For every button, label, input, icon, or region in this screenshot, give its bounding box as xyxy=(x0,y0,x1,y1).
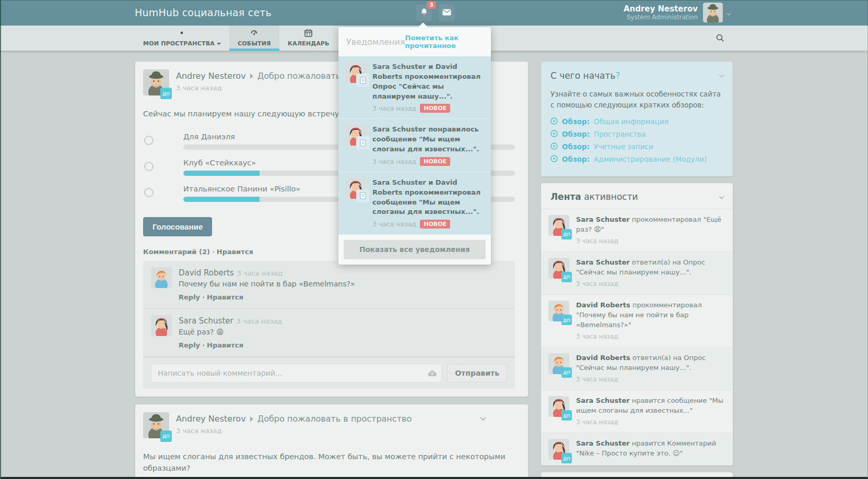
nav-item-events[interactable]: СОБЫТИЯ xyxy=(229,26,279,51)
activity-avatar: дп xyxy=(548,301,569,321)
activity-panel: Лента активности дп Sara Schuster проком… xyxy=(541,183,733,465)
collapse-chevron-icon[interactable] xyxy=(719,191,724,201)
collapse-chevron-icon[interactable] xyxy=(719,70,724,80)
activity-avatar: дп xyxy=(548,396,569,417)
user-avatar[interactable] xyxy=(703,3,723,22)
activity-item[interactable]: дп Sara Schuster ответил(а) на Опрос "Се… xyxy=(541,252,733,294)
account-menu[interactable]: Andrey Nesterov System Administration xyxy=(624,3,731,22)
space-badge: дп xyxy=(561,229,572,239)
notifications-title: Уведомления xyxy=(346,37,405,47)
getting-started-panel: С чего начать? Узнайте о самых важных ос… xyxy=(541,62,733,176)
notification-item[interactable]: Sara Schuster и David Roberts прокоммент… xyxy=(338,172,491,235)
activity-item[interactable]: дп David Roberts прокомментировал "Почем… xyxy=(541,294,733,347)
nav-item-calendar[interactable]: КАЛЕНДАРЬ xyxy=(279,26,338,51)
user-role: System Administration xyxy=(624,14,698,21)
new-badge: НОВОЕ xyxy=(420,104,450,113)
like-link[interactable]: Нравится xyxy=(217,248,253,256)
post-text: Мы ищем слоганы для известных брендов. М… xyxy=(143,451,515,474)
post-author-link[interactable]: Andrey Nesterov xyxy=(176,414,246,424)
notification-avatar xyxy=(345,125,366,146)
like-link[interactable]: Нравится xyxy=(207,341,243,349)
overview-link[interactable]: Обзор: Общая информация xyxy=(550,117,723,126)
vote-button[interactable]: Голосование xyxy=(143,217,212,236)
dashboard-icon xyxy=(250,29,259,39)
nav-label: МОИ ПРОСТРАНСТВА xyxy=(143,40,221,47)
reply-link[interactable]: Reply xyxy=(179,341,200,349)
post-space-link[interactable]: Добро пожаловать в пространство xyxy=(257,414,412,424)
notification-count-badge: 3 xyxy=(427,1,436,9)
post-card: дп Andrey NesterovДобро пожаловать в про… xyxy=(135,404,528,479)
bell-icon xyxy=(420,8,428,18)
activity-avatar: дп xyxy=(548,353,569,374)
activity-item[interactable]: дп Sara Schuster нравится сообщение "Мы … xyxy=(541,390,733,433)
activity-item[interactable]: дп Sara Schuster прокомментировал "Ещё р… xyxy=(541,209,733,252)
comment-author-avatar[interactable] xyxy=(151,315,172,336)
messages-button[interactable] xyxy=(439,4,454,21)
play-circle-icon xyxy=(550,130,558,139)
poll-radio[interactable] xyxy=(144,162,154,171)
comment-timestamp: 3 часа назад xyxy=(237,269,283,277)
poll-radio[interactable] xyxy=(144,188,154,197)
calendar-icon xyxy=(304,29,312,39)
notification-item[interactable]: Sara Schuster и David Roberts прокоммент… xyxy=(338,56,491,119)
search-button[interactable] xyxy=(716,34,724,44)
overview-link[interactable]: Обзор: Администрирование (Модули) xyxy=(550,155,723,164)
space-badge: дп xyxy=(561,315,572,325)
getting-started-intro: Узнайте о самых важных особенностях сайт… xyxy=(550,89,723,111)
post-author-avatar[interactable]: дп xyxy=(143,69,169,95)
post-author-link[interactable]: Andrey Nesterov xyxy=(176,71,246,81)
nav-label: СОБЫТИЯ xyxy=(238,40,271,47)
notification-timestamp: 3 часа назад xyxy=(372,220,416,228)
caret-down-icon xyxy=(217,43,221,45)
overview-link[interactable]: Обзор: Учетные записи xyxy=(550,142,723,151)
comments-section: David Roberts3 часа назад Почему бы нам … xyxy=(143,261,515,389)
like-link[interactable]: Нравится xyxy=(207,293,243,301)
comment-author-link[interactable]: Sara Schuster xyxy=(179,316,233,326)
dropdown-arrow xyxy=(418,22,428,27)
post-menu-chevron-icon[interactable] xyxy=(480,413,486,423)
space-badge: дп xyxy=(160,88,172,99)
post-timestamp: 3 часа назад xyxy=(176,427,412,435)
reply-link[interactable]: Reply xyxy=(179,293,200,301)
caret-right-icon xyxy=(250,74,253,79)
send-comment-button[interactable]: Отправить xyxy=(447,364,507,382)
caret-right-icon xyxy=(250,416,253,422)
post-author-avatar[interactable]: дп xyxy=(143,412,169,438)
show-all-notifications-button[interactable]: Показать все уведомления xyxy=(344,240,486,259)
notification-item[interactable]: Sara Schuster понравилось сообщение "Мы … xyxy=(338,119,491,172)
comment: Sara Schuster3 часа назад Ещё раз? 😩 Rep… xyxy=(143,309,515,357)
notification-text: Sara Schuster и David Roberts прокоммент… xyxy=(372,62,484,101)
activity-item[interactable]: дп David Roberts ответил(а) на Опрос "Се… xyxy=(541,347,733,390)
new-badge: НОВОЕ xyxy=(420,157,450,166)
overview-link[interactable]: Обзор: Пространства xyxy=(550,130,723,139)
dot-separator: · xyxy=(202,293,205,301)
comment-author-link[interactable]: David Roberts xyxy=(179,268,234,278)
search-icon xyxy=(716,34,724,44)
upload-cloud-icon[interactable] xyxy=(428,369,437,379)
top-bar: HumHub социальная сеть 3 Andrey Nesterov… xyxy=(0,0,868,26)
comment-text: Почему бы нам не пойти в бар «Bemelmans?… xyxy=(179,280,355,288)
activity-item[interactable]: дп Sara Schuster нравится Комментарий "N… xyxy=(541,433,733,465)
comment-note-icon xyxy=(356,74,369,87)
brand-title[interactable]: HumHub социальная сеть xyxy=(135,7,272,18)
notification-text: Sara Schuster и David Roberts прокоммент… xyxy=(372,178,484,217)
comment-note-icon xyxy=(356,189,369,202)
notifications-button[interactable]: 3 xyxy=(416,4,432,21)
envelope-icon xyxy=(442,8,451,18)
comment-text: Ещё раз? 😩 xyxy=(179,328,282,336)
nav-item-my-spaces[interactable]: МОИ ПРОСТРАНСТВА xyxy=(135,26,229,51)
notification-timestamp: 3 часа назад xyxy=(372,104,416,112)
space-badge: дп xyxy=(561,367,572,378)
space-badge: дп xyxy=(561,453,572,463)
space-badge: дп xyxy=(160,430,172,442)
user-name: Andrey Nesterov xyxy=(624,4,698,14)
notification-avatar xyxy=(345,62,366,83)
chevron-down-icon xyxy=(726,8,731,18)
play-circle-icon xyxy=(550,155,558,164)
new-comment-input[interactable] xyxy=(151,364,442,382)
comments-toggle-link[interactable]: Комментарий (2) xyxy=(143,248,210,256)
comment-author-avatar[interactable] xyxy=(151,267,172,288)
poll-radio[interactable] xyxy=(144,136,154,145)
mark-all-read-link[interactable]: Пометить как прочитанное xyxy=(405,34,484,50)
activity-avatar: дп xyxy=(548,215,569,236)
